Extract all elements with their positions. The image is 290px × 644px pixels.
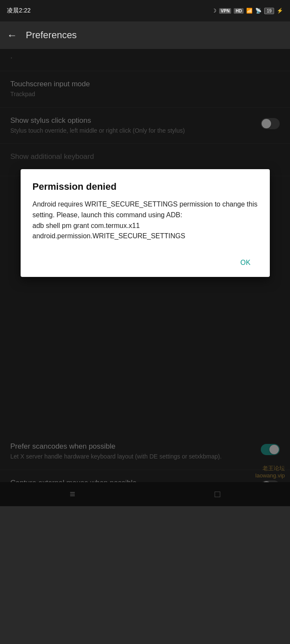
moon-icon: ☽: [212, 8, 217, 14]
back-button[interactable]: ←: [7, 29, 17, 41]
page-title: Preferences: [26, 30, 77, 41]
toolbar: ← Preferences: [0, 21, 290, 49]
battery-badge: 19: [264, 8, 274, 14]
status-time: 凌晨2:22: [7, 7, 31, 15]
status-bar: 凌晨2:22 ☽ VPN HD 📶 📡 19 ⚡: [0, 0, 290, 21]
status-icons: ☽ VPN HD 📶 📡 19 ⚡: [212, 8, 283, 14]
hd-badge: HD: [234, 8, 243, 14]
bolt-icon: ⚡: [277, 8, 283, 14]
permission-denied-dialog: Permission denied Android requires WRITE…: [21, 169, 270, 277]
dialog-overlay: Permission denied Android requires WRITE…: [0, 49, 290, 506]
dialog-body: Android requires WRITE_SECURE_SETTINGS p…: [33, 199, 258, 242]
dialog-ok-button[interactable]: OK: [233, 255, 257, 270]
vpn-badge: VPN: [219, 8, 232, 14]
settings-list: · Touchscreen input mode Trackpad Show s…: [0, 49, 290, 506]
wifi-icon: 📡: [255, 8, 262, 14]
dialog-actions: OK: [33, 252, 258, 270]
dialog-title: Permission denied: [33, 181, 258, 192]
signal-icon: 📶: [246, 8, 253, 14]
